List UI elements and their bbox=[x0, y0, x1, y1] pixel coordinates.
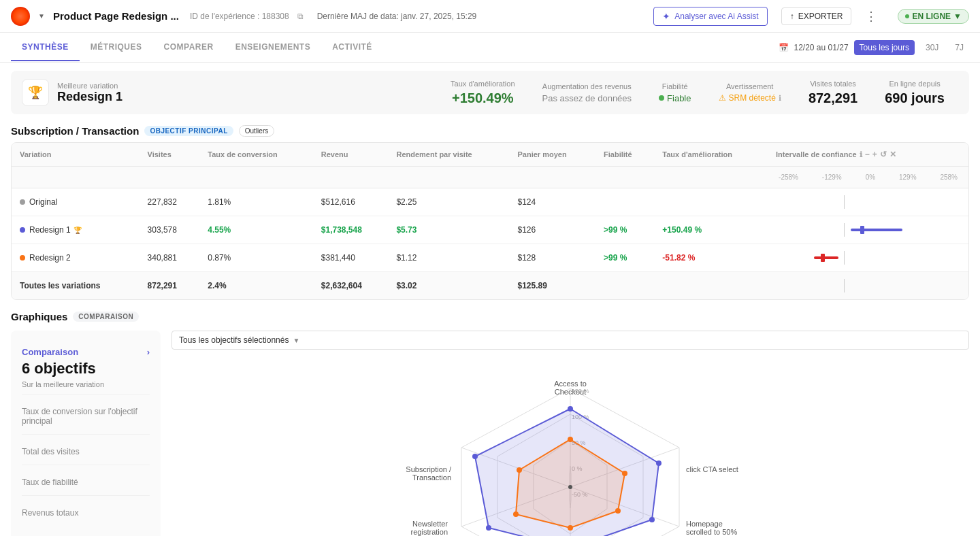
rps-cell: $3.02 bbox=[388, 272, 509, 300]
variation-dot-blue bbox=[20, 227, 25, 233]
chart-sidebar-comparison[interactable]: Comparaison › 6 objectifs Sur la meilleu… bbox=[22, 341, 150, 395]
cart-cell: $125.89 bbox=[510, 272, 596, 300]
tab-metriques[interactable]: MÉTRIQUES bbox=[80, 34, 153, 61]
bv-visits-value: 872,291 bbox=[808, 90, 858, 106]
date-btn-30j[interactable]: 30J bbox=[920, 40, 944, 55]
export-button[interactable]: ↑ EXPORTER bbox=[781, 7, 852, 25]
bv-revenue-value: Pas assez de données bbox=[542, 93, 632, 103]
best-variation-label: Meilleure variation bbox=[57, 82, 122, 90]
tab-comparer[interactable]: COMPARER bbox=[153, 34, 225, 61]
tab-enseignements[interactable]: ENSEIGNEMENTS bbox=[225, 34, 322, 61]
col-cart: Panier moyen bbox=[510, 143, 596, 167]
date-filter: 📅 12/20 au 01/27 Tous les jours 30J 7J bbox=[779, 40, 970, 55]
tabs-bar: SYNTHÈSE MÉTRIQUES COMPARER ENSEIGNEMENT… bbox=[0, 33, 980, 63]
col-visites: Visites bbox=[140, 143, 200, 167]
conversion-cell: 4.55% bbox=[199, 216, 313, 244]
ci-axis-3: 0% bbox=[866, 173, 875, 181]
improvement-cell: +150.49 % bbox=[654, 216, 768, 244]
variation-cell: Original bbox=[12, 188, 140, 216]
ci-cell bbox=[768, 216, 968, 244]
col-revenu: Revenu bbox=[313, 143, 389, 167]
bv-revenue: Augmentation des revenus Pas assez de do… bbox=[542, 82, 632, 103]
chart-sidebar-conversion[interactable]: Taux de conversion sur l'objectif princi… bbox=[22, 395, 150, 435]
cart-cell: $126 bbox=[510, 216, 596, 244]
radar-dot bbox=[568, 406, 573, 412]
radar-dot bbox=[568, 437, 573, 442]
radar-dot bbox=[649, 517, 655, 522]
chart-sidebar-revenue[interactable]: Revenus totaux bbox=[22, 496, 150, 526]
bv-days-value: 690 jours bbox=[885, 90, 945, 106]
status-dot bbox=[905, 14, 909, 18]
col-conversion: Taux de conversion bbox=[199, 143, 313, 167]
bv-reliability-value: Fiable bbox=[659, 93, 691, 103]
bv-visits-label: Visites totales bbox=[808, 80, 858, 88]
bv-reliability-label: Fiabilité bbox=[659, 82, 691, 90]
chart-sidebar-visits[interactable]: Total des visites bbox=[22, 435, 150, 465]
radar-svg: Access to Checkout click CTA select Home… bbox=[393, 358, 747, 536]
radar-label-right-bottom: Homepage bbox=[686, 520, 723, 528]
header-chevron-icon[interactable]: ▼ bbox=[38, 12, 45, 20]
objectives-count: 6 objectifs bbox=[22, 360, 150, 378]
improvement-cell bbox=[654, 272, 768, 300]
objectives-dropdown[interactable]: Tous les objectifs sélectionnés ▼ bbox=[172, 331, 969, 350]
date-btn-alldays[interactable]: Tous les jours bbox=[854, 40, 915, 55]
metric-label-3: Taux de fiabilité bbox=[22, 471, 150, 490]
date-range: 12/20 au 01/27 bbox=[794, 43, 849, 52]
radar-dot bbox=[656, 460, 662, 466]
badge-outliers[interactable]: Outliers bbox=[239, 125, 274, 137]
bv-warning-value: ⚠ SRM détecté ℹ bbox=[719, 93, 781, 103]
chevron-right-icon: › bbox=[147, 347, 150, 357]
subscription-section-header: Subscription / Transaction OBJECTIF PRIN… bbox=[11, 125, 969, 137]
table-row-total: Toutes les variations 872,291 2.4% $2,63… bbox=[12, 272, 968, 300]
chart-sidebar: Comparaison › 6 objectifs Sur la meilleu… bbox=[11, 331, 161, 536]
revenue-cell: $512,616 bbox=[313, 188, 389, 216]
status-badge[interactable]: EN LIGNE ▼ bbox=[898, 9, 969, 24]
reliability-cell: >99 % bbox=[595, 216, 654, 244]
ci-cell bbox=[768, 188, 968, 216]
trophy-mini-icon: 🏆 bbox=[74, 227, 82, 234]
bv-warning-label: Avertissement bbox=[719, 82, 781, 90]
status-chevron-icon: ▼ bbox=[953, 12, 962, 21]
charts-header: Graphiques COMPARAISON bbox=[11, 311, 969, 322]
chart-sidebar-reliability[interactable]: Taux de fiabilité bbox=[22, 465, 150, 496]
ai-assist-button[interactable]: ✦ Analyser avec Ai Assist bbox=[653, 7, 767, 26]
radar-label-top: Access to bbox=[554, 380, 587, 388]
metric-label-2: Total des visites bbox=[22, 440, 150, 459]
conversion-cell: 2.4% bbox=[199, 272, 313, 300]
col-reliability: Fiabilité bbox=[595, 143, 654, 167]
ci-plus-btn[interactable]: + bbox=[872, 150, 877, 159]
variation-cell: Redesign 1 🏆 bbox=[12, 216, 140, 244]
radar-chart: Access to Checkout click CTA select Home… bbox=[172, 358, 969, 536]
date-btn-7j[interactable]: 7J bbox=[949, 40, 969, 55]
reliability-cell bbox=[595, 272, 654, 300]
table-row: Redesign 2 340,881 0.87% $381,440 $1.12 … bbox=[12, 244, 968, 272]
svg-text:Transaction: Transaction bbox=[412, 473, 451, 482]
best-variation-banner: 🏆 Meilleure variation Redesign 1 Taux d'… bbox=[11, 71, 969, 114]
radar-label-left-bottom: Newsletter bbox=[412, 520, 448, 528]
variation-cell: Redesign 2 bbox=[12, 244, 140, 272]
ci-minus-btn[interactable]: − bbox=[865, 150, 870, 159]
subscription-table: Variation Visites Taux de conversion Rev… bbox=[11, 142, 969, 300]
badge-comparison: COMPARAISON bbox=[73, 312, 139, 322]
cart-cell: $128 bbox=[510, 244, 596, 272]
charts-layout: Comparaison › 6 objectifs Sur la meilleu… bbox=[11, 331, 969, 536]
ci-axis-row: -258% -129% 0% 129% 258% bbox=[12, 167, 968, 188]
ci-reset-btn[interactable]: ↺ bbox=[880, 150, 887, 159]
charts-section: Graphiques COMPARAISON Comparaison › 6 o… bbox=[11, 311, 969, 536]
more-options-button[interactable]: ⋮ bbox=[860, 6, 884, 27]
tab-activite[interactable]: ACTIVITÉ bbox=[321, 34, 383, 61]
conversion-cell: 0.87% bbox=[199, 244, 313, 272]
main-content: Subscription / Transaction OBJECTIF PRIN… bbox=[0, 125, 980, 536]
ci-close-btn[interactable]: ✕ bbox=[889, 150, 896, 159]
ci-info-icon: ℹ bbox=[860, 150, 862, 159]
bv-revenue-label: Augmentation des revenus bbox=[542, 82, 632, 90]
radar-dot bbox=[615, 508, 621, 514]
cart-cell: $124 bbox=[510, 188, 596, 216]
ci-axis-5: 258% bbox=[940, 173, 958, 181]
bv-reliability: Fiabilité Fiable bbox=[659, 82, 691, 103]
tab-synthese[interactable]: SYNTHÈSE bbox=[11, 34, 80, 61]
variation-dot-gray bbox=[20, 199, 25, 205]
radar-label-right-top: click CTA select bbox=[686, 465, 738, 473]
copy-icon[interactable]: ⧉ bbox=[297, 12, 304, 21]
improvement-cell bbox=[654, 188, 768, 216]
